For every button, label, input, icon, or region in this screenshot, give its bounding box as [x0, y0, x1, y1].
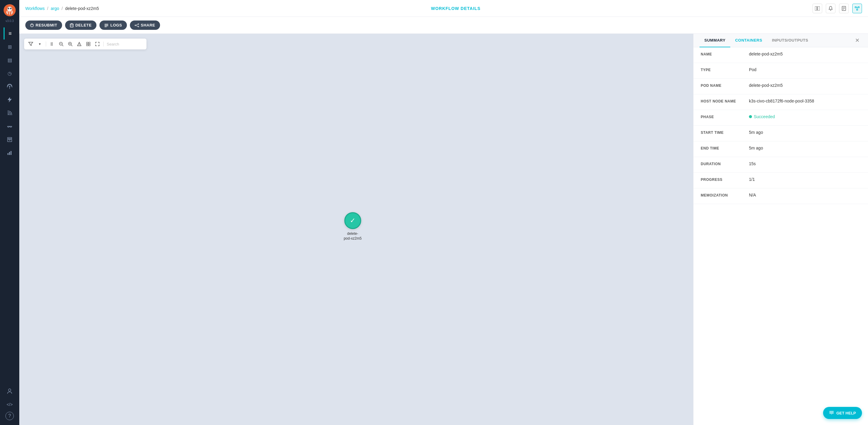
main-content: Workflows / argo / delete-pod-xz2m5 WORK…	[19, 0, 868, 425]
align-icon[interactable]	[49, 41, 55, 47]
node-circle: ✓	[344, 212, 361, 229]
svg-point-40	[138, 26, 139, 27]
svg-line-41	[136, 24, 138, 25]
svg-point-55	[79, 45, 80, 45]
detail-value-start-time: 5m ago	[749, 130, 861, 135]
svg-rect-24	[857, 9, 858, 10]
detail-label-phase: PHASE	[701, 114, 749, 119]
share-button[interactable]: SHARE	[130, 21, 160, 30]
filter-icon[interactable]	[28, 41, 34, 47]
graph-area: ▾	[19, 34, 693, 425]
sidebar-item-clock[interactable]: ◷	[4, 67, 16, 79]
svg-point-4	[8, 8, 9, 9]
tab-summary[interactable]: SUMMARY	[700, 34, 730, 47]
svg-rect-30	[70, 24, 73, 27]
svg-point-15	[8, 389, 11, 391]
sidebar-item-antenna[interactable]	[4, 81, 16, 93]
tab-inputs-outputs[interactable]: INPUTS/OUTPUTS	[767, 34, 813, 47]
sidebar-item-link[interactable]	[4, 120, 16, 132]
sidebar-item-help[interactable]: ?	[5, 412, 14, 420]
sidebar-item-code[interactable]: </>	[4, 398, 16, 411]
detail-label-start-time: START TIME	[701, 130, 749, 135]
get-help-icon	[829, 411, 834, 415]
header-icon-diagram[interactable]	[852, 4, 862, 13]
svg-line-52	[71, 45, 72, 46]
svg-rect-16	[815, 6, 817, 10]
svg-point-8	[8, 114, 9, 115]
sidebar-item-chart[interactable]	[4, 147, 16, 159]
sidebar-item-grid[interactable]: ⊞	[4, 41, 16, 53]
toolbar-divider-1	[46, 41, 46, 47]
sidebar-item-menu[interactable]: ≡	[4, 27, 16, 39]
svg-rect-57	[89, 42, 90, 44]
detail-value-phase: Succeeded	[749, 114, 861, 119]
fit-icon[interactable]	[94, 41, 100, 47]
details-panel: SUMMARY CONTAINERS INPUTS/OUTPUTS ✕ NAME…	[693, 34, 868, 425]
sidebar-item-user[interactable]	[4, 385, 16, 397]
detail-value-memoization: N/A	[749, 192, 861, 198]
svg-point-6	[9, 86, 10, 87]
logs-icon	[104, 24, 108, 27]
breadcrumb-sep-1: /	[47, 6, 48, 11]
get-help-button[interactable]: GET HELP	[823, 407, 862, 419]
share-icon	[135, 24, 139, 27]
workflow-details-title: WORKFLOW DETAILS	[431, 6, 480, 11]
toolbar: RESUBMIT DELETE LOGS	[19, 17, 868, 34]
svg-line-42	[136, 25, 138, 26]
header-icon-doc[interactable]	[839, 4, 849, 13]
details-tabs: SUMMARY CONTAINERS INPUTS/OUTPUTS ✕	[693, 34, 868, 47]
svg-point-38	[135, 25, 136, 26]
tab-containers[interactable]: CONTAINERS	[730, 34, 767, 47]
detail-label-pod-name: POD NAME	[701, 83, 749, 88]
auto-layout-icon[interactable]	[76, 41, 82, 47]
app-logo	[3, 4, 16, 18]
sidebar-item-archive[interactable]	[4, 133, 16, 146]
svg-line-48	[62, 45, 63, 46]
resubmit-button[interactable]: RESUBMIT	[25, 21, 62, 30]
graph-toolbar: ▾	[24, 38, 147, 50]
breadcrumb-argo[interactable]: argo	[51, 6, 59, 11]
detail-label-end-time: END TIME	[701, 146, 749, 150]
svg-rect-12	[7, 153, 8, 155]
sidebar-item-layers[interactable]: ▤	[4, 54, 16, 66]
delete-button[interactable]: DELETE	[65, 21, 96, 30]
detail-label-host-node: HOST NODE NAME	[701, 98, 749, 103]
sidebar-item-bolt[interactable]	[4, 94, 16, 106]
detail-value-duration: 15s	[749, 161, 861, 166]
svg-rect-56	[87, 42, 88, 44]
grid-icon[interactable]	[85, 41, 91, 47]
svg-rect-13	[9, 152, 10, 155]
zoom-out-icon[interactable]	[58, 41, 64, 47]
resubmit-icon	[30, 24, 34, 27]
breadcrumb-workflows[interactable]: Workflows	[25, 6, 44, 11]
workflow-node[interactable]: ✓ delete-pod-xz2m5	[344, 212, 361, 241]
graph-search-input[interactable]	[107, 42, 143, 47]
detail-row-memoization: MEMOIZATION N/A	[693, 188, 868, 204]
delete-icon	[70, 23, 73, 27]
close-panel-button[interactable]: ✕	[852, 35, 862, 46]
chevron-down-icon[interactable]: ▾	[37, 41, 43, 47]
breadcrumb-current: delete-pod-xz2m5	[65, 6, 99, 11]
phase-text: Succeeded	[754, 114, 775, 119]
detail-label-name: NAME	[701, 52, 749, 56]
details-content: NAME delete-pod-xz2m5 TYPE Pod POD NAME …	[693, 47, 868, 425]
svg-rect-58	[87, 44, 88, 46]
detail-value-type: Pod	[749, 67, 861, 72]
breadcrumb: Workflows / argo / delete-pod-xz2m5	[25, 6, 99, 11]
detail-label-progress: PROGRESS	[701, 177, 749, 182]
header-icon-split[interactable]	[812, 4, 822, 13]
detail-row-progress: PROGRESS 1/1	[693, 173, 868, 188]
zoom-in-icon[interactable]	[67, 41, 73, 47]
svg-rect-14	[10, 151, 11, 155]
header: Workflows / argo / delete-pod-xz2m5 WORK…	[19, 0, 868, 17]
detail-value-pod-name: delete-pod-xz2m5	[749, 83, 861, 88]
logs-button[interactable]: LOGS	[99, 21, 127, 30]
node-label: delete-pod-xz2m5	[344, 232, 361, 241]
header-icon-bell[interactable]	[826, 4, 835, 13]
detail-row-name: NAME delete-pod-xz2m5	[693, 47, 868, 63]
sidebar-item-rss[interactable]	[4, 107, 16, 119]
app-version: v3.0.3	[5, 19, 13, 23]
svg-marker-29	[31, 24, 33, 25]
detail-row-host-node: HOST NODE NAME k3s-civo-cb8172f6-node-po…	[693, 94, 868, 110]
sidebar: v3.0.3 ≡ ⊞ ▤ ◷	[0, 0, 19, 425]
